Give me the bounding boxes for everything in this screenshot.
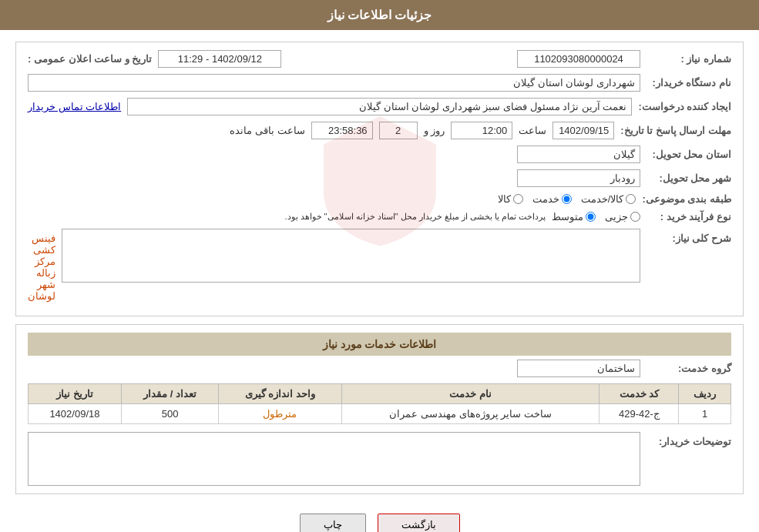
buyer-org-label: نام دستگاه خریدار: [646,77,731,89]
cell-unit: مترطول [219,404,341,424]
province-label: استان محل تحویل: [646,149,731,160]
need-number-value: 1102093080000024 [517,50,640,68]
category-kala[interactable]: کالا [498,193,523,205]
table-header-row: ردیف کد خدمت نام خدمت واحد اندازه گیری ت… [29,384,731,404]
description-value-hint: فینس کشی مرکز زباله شهر لوشان [28,229,55,302]
row-need-number: شماره نیاز : 1102093080000024 1402/09/12… [28,50,731,68]
deadline-date: 1402/09/15 [552,122,614,139]
row-purchase-type: نوع فرآیند خرید : جزیی متوسط پرداخت تمام… [28,211,731,223]
main-content: شماره نیاز : 1102093080000024 1402/09/12… [0,30,759,532]
purchase-type-mota-label: متوسط [552,211,583,223]
row-deadline: مهلت ارسال پاسخ تا تاریخ: 1402/09/15 ساع… [28,122,731,139]
contact-link[interactable]: اطلاعات تماس خریدار [28,101,121,112]
cell-qty: 500 [121,404,218,424]
category-kala-khedmat[interactable]: کالا/خدمت [581,193,636,205]
cell-date: 1402/09/18 [29,404,122,424]
form-section: شماره نیاز : 1102093080000024 1402/09/12… [15,42,744,316]
services-table: ردیف کد خدمت نام خدمت واحد اندازه گیری ت… [28,383,731,424]
deadline-days-label: روز و [424,125,445,136]
category-khedmat-label: خدمت [532,193,559,205]
group-row: گروه خدمت: ساختمان [28,360,731,377]
page-header: جزئیات اطلاعات نیاز [0,0,759,30]
row-description: شرح کلی نیاز: فینس کشی مرکز زباله شهر لو… [28,229,731,302]
buyer-org-value: شهرداری لوشان استان گیلان [28,74,640,92]
row-buyer-org: نام دستگاه خریدار: شهرداری لوشان استان گ… [28,74,731,92]
buyer-notes-label: توضیحات خریدار: [646,432,731,447]
announce-label: تاریخ و ساعت اعلان عمومی : [28,53,152,65]
purchase-type-mota[interactable]: متوسط [552,211,596,223]
purchase-type-label: نوع فرآیند خرید : [646,211,731,223]
category-kala-label: کالا [498,193,511,205]
purchase-type-jozii[interactable]: جزیی [605,211,640,223]
description-label: شرح کلی نیاز: [646,229,731,244]
province-value: گیلان [517,146,640,163]
category-khedmat[interactable]: خدمت [532,193,572,205]
back-button[interactable]: بازگشت [378,514,460,532]
need-number-label: شماره نیاز : [646,53,731,65]
deadline-time: 12:00 [451,122,512,139]
deadline-remaining-label: ساعت باقی مانده [230,125,304,136]
creator-value: نعمت آرین نژاد مسئول فضای سبز شهرداری لو… [127,98,632,115]
purchase-type-jozii-label: جزیی [605,211,628,223]
purchase-type-notice: پرداخت تمام یا بخشی از مبلغ خریدار محل "… [284,212,546,222]
deadline-remaining: 23:58:36 [311,122,373,139]
description-textarea[interactable] [62,229,640,283]
col-row: ردیف [679,384,731,404]
row-category: طبقه بندی موضوعی: کالا/خدمت خدمت کالا [28,193,731,205]
category-label: طبقه بندی موضوعی: [642,193,731,205]
services-header: اطلاعات خدمات مورد نیاز [28,333,731,356]
city-value: رودبار [517,169,640,187]
row-buyer-notes: توضیحات خریدار: [28,432,731,486]
table-row: 1ج-42-429ساخت سایر پروژه‌های مهندسی عمرا… [29,404,731,424]
announce-value: 1402/09/12 - 11:29 [158,50,281,68]
creator-label: ایجاد کننده درخواست: [638,101,731,112]
purchase-type-radio-group: جزیی متوسط [552,211,640,223]
col-qty: تعداد / مقدار [121,384,218,404]
cell-row: 1 [679,404,731,424]
row-city: شهر محل تحویل: رودبار [28,169,731,187]
deadline-days: 2 [379,122,418,139]
col-code: کد خدمت [599,384,679,404]
table-header: ردیف کد خدمت نام خدمت واحد اندازه گیری ت… [29,384,731,404]
deadline-label: مهلت ارسال پاسخ تا تاریخ: [620,125,731,136]
services-table-section: ردیف کد خدمت نام خدمت واحد اندازه گیری ت… [28,383,731,424]
category-radio-group: کالا/خدمت خدمت کالا [498,193,636,205]
row-province: استان محل تحویل: گیلان [28,146,731,163]
buyer-notes-textarea[interactable] [28,432,640,486]
col-name: نام خدمت [341,384,599,404]
col-unit: واحد اندازه گیری [219,384,341,404]
cell-name: ساخت سایر پروژه‌های مهندسی عمران [341,404,599,424]
page-title: جزئیات اطلاعات نیاز [327,8,432,22]
button-bar: بازگشت چاپ [15,502,744,532]
cell-code: ج-42-429 [599,404,679,424]
category-kala-khedmat-label: کالا/خدمت [581,193,624,205]
services-section: اطلاعات خدمات مورد نیاز گروه خدمت: ساختم… [15,324,744,494]
col-date: تاریخ نیاز [29,384,122,404]
city-label: شهر محل تحویل: [646,172,731,184]
group-value: ساختمان [517,360,640,377]
deadline-time-label: ساعت [519,125,546,136]
row-creator: ایجاد کننده درخواست: نعمت آرین نژاد مسئو… [28,98,731,115]
group-label: گروه خدمت: [646,363,731,374]
print-button[interactable]: چاپ [300,514,366,532]
table-body: 1ج-42-429ساخت سایر پروژه‌های مهندسی عمرا… [29,404,731,424]
page-wrapper: جزئیات اطلاعات نیاز شماره نیاز : 1102093… [0,0,759,532]
